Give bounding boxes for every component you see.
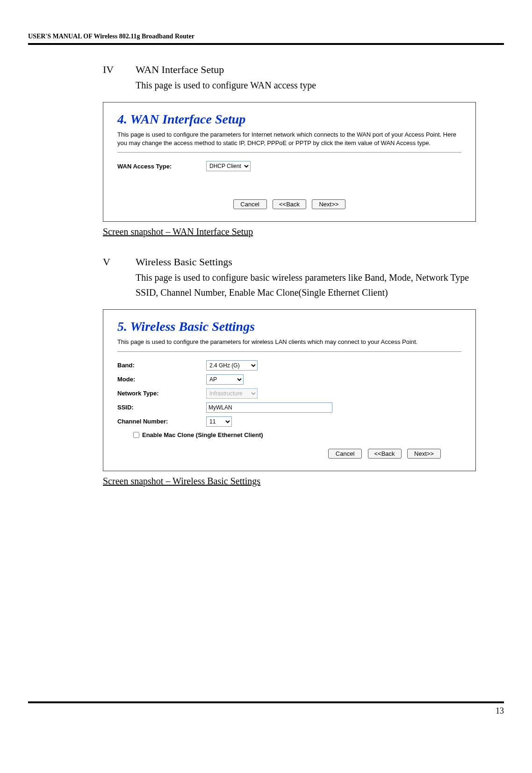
channel-number-select[interactable]: 11 — [206, 416, 232, 427]
caption-wan: Screen snapshot – WAN Interface Setup — [103, 226, 476, 237]
page-footer: 13 — [28, 701, 504, 716]
ssid-input[interactable] — [206, 402, 332, 413]
ssid-label: SSID: — [117, 404, 206, 411]
section-title-wan: WAN Interface Setup — [136, 64, 224, 76]
caption-wireless: Screen snapshot – Wireless Basic Setting… — [103, 476, 476, 487]
wan-access-type-label: WAN Access Type: — [117, 163, 206, 170]
back-button[interactable]: <<Back — [368, 449, 402, 459]
wireless-panel-title: 5. Wireless Basic Settings — [117, 319, 461, 334]
network-type-label: Network Type: — [117, 390, 206, 397]
section-numeral-v: V — [103, 256, 136, 268]
next-button[interactable]: Next>> — [407, 449, 441, 459]
section-desc-wireless: This page is used to configure basic wir… — [136, 270, 476, 300]
band-select[interactable]: 2.4 GHz (G) — [206, 360, 258, 371]
band-label: Band: — [117, 362, 206, 369]
page-header: USER'S MANUAL OF Wireless 802.11g Broadb… — [28, 33, 504, 45]
wan-panel-desc: This page is used to configure the param… — [117, 131, 461, 147]
back-button[interactable]: <<Back — [273, 199, 306, 209]
wireless-settings-panel: 5. Wireless Basic Settings This page is … — [103, 309, 476, 471]
enable-mac-clone-checkbox[interactable] — [133, 432, 139, 438]
channel-number-label: Channel Number: — [117, 418, 206, 425]
cancel-button[interactable]: Cancel — [328, 449, 362, 459]
network-type-select: Infrastructure — [206, 388, 258, 399]
next-button[interactable]: Next>> — [312, 199, 345, 209]
section-desc-wan: This page is used to configure WAN acces… — [136, 78, 476, 93]
divider — [117, 152, 461, 153]
wan-access-type-select[interactable]: DHCP Client — [206, 161, 251, 171]
mode-select[interactable]: AP — [206, 374, 244, 385]
enable-mac-clone-label: Enable Mac Clone (Single Ethernet Client… — [142, 431, 263, 438]
cancel-button[interactable]: Cancel — [233, 199, 267, 209]
divider — [117, 351, 461, 352]
wan-panel-title: 4. WAN Interface Setup — [117, 112, 461, 127]
wan-setup-panel: 4. WAN Interface Setup This page is used… — [103, 102, 476, 222]
section-title-wireless: Wireless Basic Settings — [136, 256, 232, 268]
section-numeral-iv: IV — [103, 64, 136, 76]
mode-label: Mode: — [117, 376, 206, 383]
wireless-panel-desc: This page is used to configure the param… — [117, 338, 461, 346]
page-number: 13 — [496, 706, 504, 715]
